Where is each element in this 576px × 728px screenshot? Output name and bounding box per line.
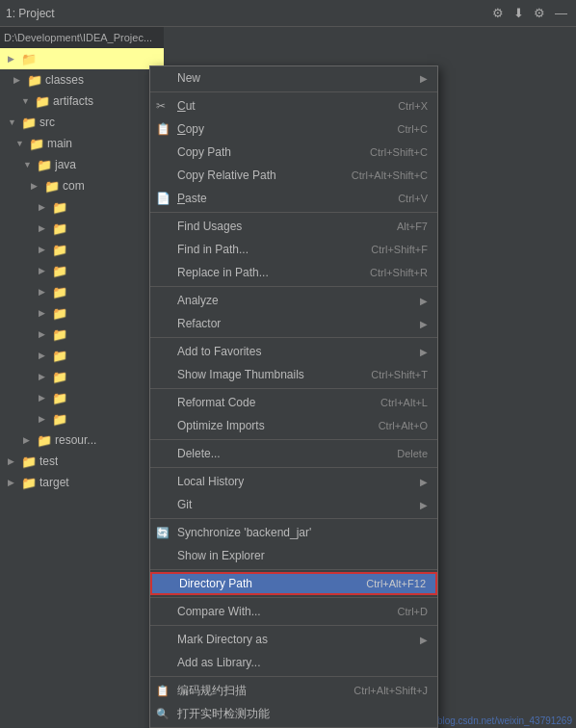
list-item[interactable]: ▶📁: [0, 281, 164, 302]
menu-item-optimize[interactable]: Optimize Imports Ctrl+Alt+O: [150, 414, 437, 437]
menu-item-new[interactable]: New ▶: [150, 66, 437, 90]
submenu-arrow: ▶: [420, 319, 428, 329]
menu-item-synchronize[interactable]: 🔄 Synchronize 'backend_jar': [150, 521, 437, 544]
folder-icon: 📁: [44, 179, 60, 194]
folder-icon: 📁: [35, 94, 50, 109]
menu-label: Copy Path: [177, 145, 351, 159]
tree-item-src[interactable]: ▼ 📁 src: [0, 112, 164, 133]
folder-icon: 📁: [52, 412, 67, 427]
menu-item-analyze[interactable]: Analyze ▶: [150, 289, 437, 312]
tree-panel: ▶ 📁 ▶ 📁 classes ▼ 📁 artifacts ▼ 📁 src ▼ …: [0, 48, 164, 728]
separator: [150, 212, 437, 213]
menu-item-favorites[interactable]: Add to Favorites ▶: [150, 340, 437, 363]
list-item[interactable]: ▶📁: [0, 324, 164, 345]
folder-icon: 📁: [52, 285, 67, 299]
arrow-icon: ▶: [39, 414, 52, 424]
menu-item-git[interactable]: Git ▶: [150, 493, 437, 516]
menu-item-refactor[interactable]: Refactor ▶: [150, 312, 437, 335]
list-item[interactable]: ▶📁: [0, 239, 164, 260]
folder-icon: 📁: [21, 455, 37, 469]
list-item[interactable]: ▶📁: [0, 366, 164, 387]
menu-item-directory-path[interactable]: Directory Path Ctrl+Alt+F12: [150, 572, 437, 595]
menu-item-realtime-check[interactable]: 🔍 打开实时检测功能: [150, 702, 437, 725]
submenu-arrow: ▶: [420, 635, 428, 645]
menu-item-delete[interactable]: Delete... Delete: [150, 442, 437, 465]
expand-icon[interactable]: ⬇: [511, 4, 527, 22]
toolbar: 1: Project ⚙ ⬇ ⚙ —: [0, 0, 576, 27]
arrow-icon: ▶: [39, 287, 52, 297]
arrow-icon: ▼: [23, 160, 37, 169]
folder-icon: 📁: [21, 52, 37, 66]
menu-label: Reformat Code: [177, 396, 361, 409]
menu-item-find-usages[interactable]: Find Usages Alt+F7: [150, 215, 437, 238]
tree-item-artifacts[interactable]: ▼ 📁 artifacts: [0, 91, 164, 112]
menu-label: Compare With...: [177, 605, 379, 618]
tree-item-com[interactable]: ▶ 📁 com: [0, 175, 164, 196]
menu-label: Add to Favorites: [177, 345, 420, 358]
tree-item-main[interactable]: ▼ 📁 main: [0, 133, 164, 154]
tree-item-test[interactable]: ▶ 📁 test: [0, 451, 164, 472]
tree-item-classes[interactable]: ▶ 📁 classes: [0, 69, 164, 91]
folder-icon: 📁: [52, 370, 67, 384]
menu-label: Analyze: [177, 294, 420, 307]
sync-icon: 🔄: [156, 527, 170, 539]
folder-icon: 📁: [52, 221, 67, 236]
menu-item-copy[interactable]: 📋 Copy Ctrl+C: [150, 117, 437, 141]
menu-item-add-library[interactable]: Add as Library...: [150, 651, 437, 674]
tree-item-target[interactable]: ▶ 📁 target: [0, 472, 164, 493]
folder-icon: 📁: [52, 306, 67, 321]
tree-item-label: target: [39, 476, 69, 489]
list-item[interactable]: ▶📁: [0, 260, 164, 281]
separator: [150, 91, 437, 92]
toolbar-title: 1: Project: [6, 7, 55, 20]
menu-item-local-history[interactable]: Local History ▶: [150, 470, 437, 493]
list-item[interactable]: ▶📁: [0, 302, 164, 324]
paste-icon: 📄: [156, 192, 170, 205]
shortcut: Ctrl+Shift+C: [370, 146, 428, 158]
close-icon[interactable]: —: [552, 4, 570, 22]
menu-item-find-path[interactable]: Find in Path... Ctrl+Shift+F: [150, 238, 437, 261]
list-item[interactable]: ▶📁: [0, 408, 164, 429]
tree-item-java[interactable]: ▼ 📁 java: [0, 154, 164, 175]
shortcut: Ctrl+Shift+F: [371, 244, 428, 255]
settings-icon[interactable]: ⚙: [489, 4, 507, 22]
menu-item-copy-path[interactable]: Copy Path Ctrl+Shift+C: [150, 141, 437, 164]
menu-item-reformat[interactable]: Reformat Code Ctrl+Alt+L: [150, 391, 437, 414]
shortcut: Ctrl+X: [398, 100, 428, 112]
menu-label: Synchronize 'backend_jar': [177, 526, 428, 539]
menu-label: Optimize Imports: [177, 419, 359, 432]
folder-icon: 📁: [37, 433, 52, 448]
list-item[interactable]: ▶📁: [0, 196, 164, 218]
arrow-icon: ▶: [39, 329, 52, 339]
arrow-icon: ▼: [8, 117, 21, 127]
menu-item-code-scan[interactable]: 📋 编码规约扫描 Ctrl+Alt+Shift+J: [150, 679, 437, 702]
list-item[interactable]: ▶📁: [0, 387, 164, 408]
path-bar: D:\Development\IDEA_Projec...: [0, 27, 164, 48]
menu-item-compare[interactable]: Compare With... Ctrl+D: [150, 600, 437, 623]
menu-item-copy-relative[interactable]: Copy Relative Path Ctrl+Alt+Shift+C: [150, 164, 437, 187]
tree-item-selected[interactable]: ▶ 📁: [0, 48, 164, 69]
separator: [150, 625, 437, 626]
menu-item-cut[interactable]: ✂ Cut Ctrl+X: [150, 94, 437, 117]
folder-icon: 📁: [27, 73, 42, 88]
menu-label: Find in Path...: [177, 243, 352, 256]
menu-label: Refactor: [177, 317, 420, 330]
arrow-icon: ▶: [39, 266, 52, 275]
list-item[interactable]: ▶📁: [0, 218, 164, 239]
separator: [150, 518, 437, 519]
separator: [150, 439, 437, 440]
config-icon[interactable]: ⚙: [531, 4, 548, 22]
cut-icon: ✂: [156, 99, 166, 113]
menu-item-show-explorer[interactable]: Show in Explorer: [150, 544, 437, 567]
folder-icon: 📁: [29, 137, 44, 151]
shortcut: Ctrl+Alt+L: [380, 397, 428, 408]
list-item[interactable]: ▶📁: [0, 345, 164, 366]
menu-item-replace-path[interactable]: Replace in Path... Ctrl+Shift+R: [150, 261, 437, 284]
menu-item-thumbnails[interactable]: Show Image Thumbnails Ctrl+Shift+T: [150, 363, 437, 386]
menu-item-paste[interactable]: 📄 Paste Ctrl+V: [150, 187, 437, 210]
realtime-icon: 🔍: [156, 708, 170, 720]
menu-item-mark-directory[interactable]: Mark Directory as ▶: [150, 628, 437, 651]
tree-item-label: artifacts: [53, 94, 93, 108]
folder-icon: 📁: [37, 158, 52, 172]
tree-item-resources[interactable]: ▶ 📁 resour...: [0, 429, 164, 451]
